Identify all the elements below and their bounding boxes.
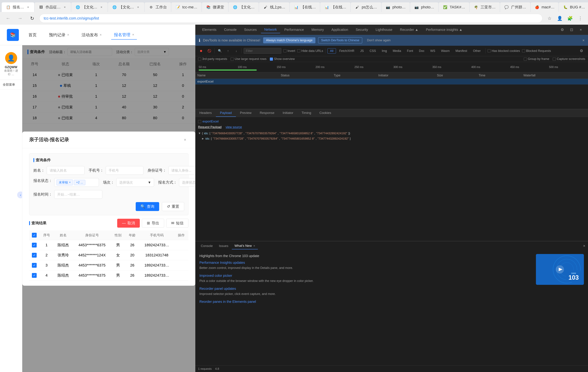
devtools-tab-application[interactable]: Application bbox=[328, 26, 352, 33]
search-button[interactable]: 🔍 查询 bbox=[136, 202, 159, 211]
filter-tab-js[interactable]: JS bbox=[357, 48, 366, 54]
filter-tab-css[interactable]: CSS bbox=[367, 48, 378, 54]
devtools-tab-perf-insights[interactable]: Performance insights ▲ bbox=[422, 26, 466, 33]
group-frame-checkbox[interactable] bbox=[524, 58, 527, 61]
export-checkbox[interactable] bbox=[198, 120, 201, 123]
reload-button[interactable]: ↻ bbox=[27, 14, 37, 23]
notification-dismiss[interactable]: Don't show again bbox=[367, 39, 391, 42]
more-icon[interactable]: ⋮ bbox=[576, 14, 585, 23]
tab-11[interactable]: 📊 【在线… bbox=[320, 2, 350, 12]
feature-title-2[interactable]: Improved color picker bbox=[200, 274, 532, 278]
detail-tab-preview[interactable]: Preview bbox=[236, 109, 256, 117]
devtools-dock-icon[interactable]: ⊡ bbox=[568, 26, 575, 34]
detail-tab-cookies[interactable]: Cookies bbox=[315, 109, 335, 117]
tab-close-2[interactable]: × bbox=[63, 5, 67, 9]
nav-signup[interactable]: 报名管理 × bbox=[111, 30, 137, 40]
large-rows-checkbox[interactable] bbox=[231, 58, 234, 61]
blocked-requests-checkbox[interactable] bbox=[522, 49, 525, 52]
filter-tab-other[interactable]: Other bbox=[471, 48, 483, 54]
status-tag-input[interactable]: 未审核 × +2 ... bbox=[54, 178, 99, 187]
network-row-export[interactable]: exportExcel bbox=[195, 79, 588, 85]
tab-close[interactable]: × bbox=[26, 5, 30, 9]
filter-tab-wasm[interactable]: Wasm bbox=[438, 48, 452, 54]
tab-close-4[interactable]: × bbox=[136, 5, 140, 9]
phone-input[interactable] bbox=[106, 166, 143, 175]
filter-tab-font[interactable]: Font bbox=[404, 48, 416, 54]
filter-tab-ws[interactable]: WS bbox=[428, 48, 438, 54]
devtools-tab-lighthouse[interactable]: Lighthouse bbox=[372, 26, 396, 33]
import-icon[interactable]: ↑ bbox=[225, 48, 231, 54]
feature-title-1[interactable]: Performance Insights updates bbox=[200, 261, 532, 265]
sms-button[interactable]: ✉ 短信 bbox=[166, 219, 189, 228]
select-all-checkbox[interactable]: ✓ bbox=[32, 233, 37, 238]
detail-tab-payload[interactable]: Payload bbox=[216, 109, 236, 117]
tab-2[interactable]: 🖼 作品征… × bbox=[35, 2, 71, 12]
record-icon[interactable]: ⏺ bbox=[198, 48, 204, 54]
name-input[interactable] bbox=[47, 166, 84, 175]
tag-close-1[interactable]: × bbox=[69, 181, 71, 184]
capture-screenshots-checkbox[interactable] bbox=[553, 58, 556, 61]
third-party-label[interactable]: 3rd-party requests bbox=[198, 57, 227, 61]
nav-home[interactable]: 首页 bbox=[26, 31, 39, 39]
group-frame-label[interactable]: Group by frame bbox=[524, 57, 549, 61]
method-select[interactable]: 选择状态 ▼ bbox=[179, 178, 195, 187]
devtools-settings-icon[interactable]: ⚙ bbox=[558, 26, 566, 34]
json-expand-2[interactable]: ► bbox=[201, 136, 204, 141]
devtools-close-button[interactable]: × bbox=[577, 26, 585, 34]
tab-16[interactable]: 🌴 三亚市… bbox=[470, 2, 500, 12]
whatsnew-close-icon[interactable]: × bbox=[253, 244, 255, 248]
row-checkbox-3[interactable]: ✓ bbox=[32, 263, 37, 268]
filter-tab-all[interactable]: All bbox=[327, 48, 336, 54]
modal-close-button[interactable]: × bbox=[182, 136, 189, 143]
clear-icon[interactable]: 🚫 bbox=[206, 48, 212, 54]
tab-4[interactable]: 🌐 【文化… × bbox=[108, 2, 144, 12]
tab-8[interactable]: 🌐 【文化… bbox=[229, 2, 259, 12]
sidebar-all-menu[interactable]: 全部菜单 bbox=[0, 80, 22, 90]
devtools-tab-elements[interactable]: Elements bbox=[199, 26, 220, 33]
request-payload-btn[interactable]: Request Payload bbox=[198, 125, 221, 129]
cancel-button[interactable]: — 取消 bbox=[117, 219, 140, 228]
feature-title-3[interactable]: Recorder panel updates bbox=[200, 287, 532, 291]
url-bar[interactable]: tcc-test.interlib.com.cn/signup/list bbox=[39, 14, 542, 23]
json-expand-1[interactable]: ▼ bbox=[198, 131, 201, 136]
tab-6[interactable]: 📝 tcc-me… bbox=[171, 2, 201, 12]
devtools-tab-security[interactable]: Security bbox=[352, 26, 371, 33]
bookmark-icon[interactable]: ☆ bbox=[545, 14, 554, 23]
invert-checkbox-label[interactable]: Invert bbox=[283, 49, 295, 53]
status-tag-1[interactable]: 未审核 × bbox=[57, 179, 73, 185]
devtools-tab-sources[interactable]: Sources bbox=[241, 26, 260, 33]
blocked-cookies-label[interactable]: Has blocked cookies bbox=[488, 49, 520, 53]
devtools-tab-network[interactable]: Network bbox=[261, 26, 280, 33]
tab-10[interactable]: 📊 【在线… bbox=[290, 2, 320, 12]
tab-17[interactable]: 💬 广州群… bbox=[500, 2, 530, 12]
filter-tab-fetchxhr[interactable]: Fetch/XHR bbox=[337, 48, 357, 54]
large-rows-label[interactable]: Use large request rows bbox=[231, 57, 266, 61]
show-overview-checkbox[interactable] bbox=[270, 58, 273, 61]
tab-18[interactable]: 🍎 mac#… bbox=[531, 2, 559, 12]
bottom-tab-console[interactable]: Console bbox=[198, 243, 216, 249]
export-icon[interactable]: ↓ bbox=[233, 48, 239, 54]
settings-right-icon[interactable]: ⚙ bbox=[578, 47, 585, 55]
row-checkbox-4[interactable]: ✓ bbox=[32, 273, 37, 278]
notification-close-icon[interactable]: × bbox=[582, 38, 585, 43]
filter-tab-img[interactable]: Img bbox=[379, 48, 389, 54]
capture-screenshots-label[interactable]: Capture screenshots bbox=[553, 57, 585, 61]
bottom-tab-whatsnew[interactable]: What's New × bbox=[232, 243, 258, 249]
nav-booking-close[interactable]: × bbox=[67, 33, 69, 37]
row-checkbox-1[interactable]: ✓ bbox=[32, 243, 37, 248]
nav-booking[interactable]: 预约记录 × bbox=[46, 31, 72, 39]
tab-12[interactable]: 🖌 ps怎么… bbox=[351, 2, 381, 12]
blocked-cookies-checkbox[interactable] bbox=[488, 49, 491, 52]
time-input[interactable] bbox=[54, 190, 102, 199]
devtools-tab-memory[interactable]: Memory bbox=[308, 26, 327, 33]
notification-match-language-btn[interactable]: Always match Chrome's language bbox=[263, 37, 315, 43]
show-overview-label[interactable]: Show overview bbox=[270, 57, 295, 61]
view-source-btn[interactable]: view source bbox=[226, 125, 242, 129]
tab-14[interactable]: 📷 photo… bbox=[410, 2, 438, 12]
blocked-requests-label[interactable]: Blocked Requests bbox=[522, 49, 551, 53]
filter-tab-media[interactable]: Media bbox=[390, 48, 404, 54]
tab-active[interactable]: 📋 报名… × bbox=[2, 2, 34, 12]
profile-icon[interactable]: 👤 bbox=[556, 14, 564, 23]
detail-tab-headers[interactable]: Headers bbox=[195, 109, 216, 117]
devtools-tab-console[interactable]: Console bbox=[220, 26, 240, 33]
